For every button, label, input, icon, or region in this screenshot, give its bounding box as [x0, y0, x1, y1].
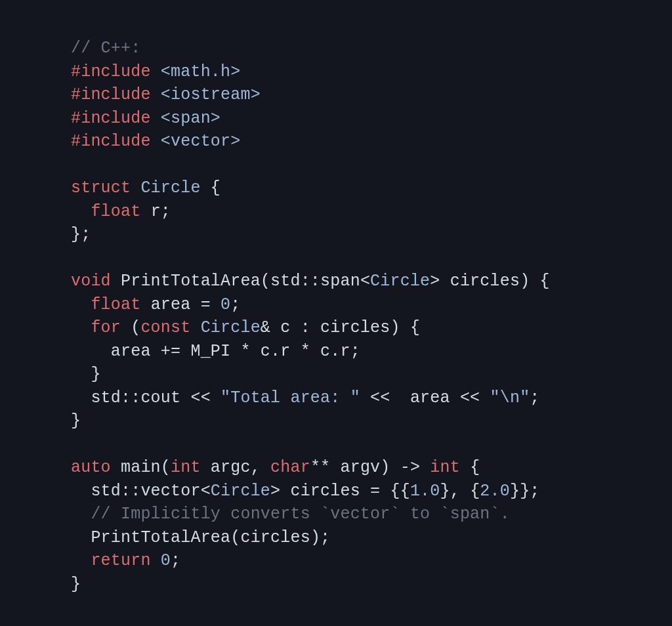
- code-token-keyword: return: [91, 551, 150, 570]
- code-token-space: [460, 482, 470, 501]
- code-token-op: *: [301, 342, 310, 361]
- code-token-ident: r: [151, 202, 161, 221]
- code-line: [71, 154, 672, 177]
- code-token-op: ;: [350, 342, 360, 361]
- code-token-ident: area: [410, 388, 450, 407]
- code-token-ident: circles: [290, 482, 360, 501]
- code-token-op: ): [380, 458, 390, 477]
- code-token-op: >: [270, 482, 280, 501]
- code-token-pre: #include: [71, 132, 151, 151]
- code-token-op: :: [301, 318, 310, 337]
- code-token-type: Circle: [211, 482, 270, 501]
- code-token-ident: argc: [211, 458, 251, 477]
- code-line: };: [71, 223, 672, 247]
- code-token-op: ;: [161, 202, 171, 221]
- code-token-space: [190, 295, 200, 314]
- code-token-space: [400, 318, 410, 337]
- code-token-op: ;: [530, 388, 539, 407]
- code-token-space: [71, 202, 91, 221]
- code-token-func: PrintTotalArea: [91, 528, 230, 547]
- code-token-op: {: [470, 482, 480, 501]
- code-token-op: ,: [251, 458, 261, 477]
- code-token-op: &: [261, 318, 270, 337]
- code-line: }: [71, 409, 672, 433]
- code-token-space: [270, 318, 280, 337]
- code-token-space: [180, 388, 190, 407]
- code-line: for (const Circle& c : circles) {: [71, 316, 672, 340]
- code-token-space: [71, 295, 91, 314]
- code-token-space: [180, 342, 190, 361]
- code-line: [71, 433, 672, 457]
- code-token-op: {: [410, 318, 420, 337]
- code-token-ident: circles: [450, 272, 520, 291]
- code-token-space: [71, 551, 91, 570]
- code-token-space: [71, 388, 91, 407]
- code-token-space: [140, 295, 150, 314]
- code-token-type: Circle: [140, 178, 200, 198]
- code-token-op: <<: [370, 388, 390, 407]
- code-token-space: [310, 342, 320, 361]
- code-token-space: [71, 528, 91, 547]
- code-line: #include <iostream>: [71, 83, 672, 107]
- code-line: std::cout << "Total area: " << area << "…: [71, 386, 672, 410]
- code-token-space: [71, 365, 91, 384]
- code-token-space: [71, 505, 91, 524]
- code-token-space: [121, 318, 131, 337]
- code-token-space: [111, 272, 121, 291]
- code-token-keyword: float: [91, 202, 140, 221]
- code-token-number: 2.0: [480, 482, 510, 501]
- code-token-ident: c: [280, 318, 290, 337]
- code-token-space: [151, 109, 161, 128]
- code-token-ident: std::cout: [91, 388, 180, 407]
- code-token-op: ->: [400, 458, 420, 477]
- code-token-op: },: [440, 482, 460, 501]
- code-token-space: [360, 482, 370, 501]
- code-token-space: [151, 132, 161, 151]
- code-token-keyword: int: [171, 458, 201, 477]
- code-line: // Implicitly converts `vector` to `span…: [71, 503, 672, 526]
- code-token-op: ;: [230, 295, 240, 314]
- code-token-ident: circles: [240, 528, 310, 547]
- code-token-space: [380, 482, 390, 501]
- code-token-op: );: [310, 528, 330, 547]
- code-token-op: *: [240, 342, 250, 361]
- code-token-func: PrintTotalArea: [121, 272, 261, 291]
- code-token-keyword: int: [430, 458, 460, 477]
- code-token-space: [201, 178, 211, 198]
- code-token-space: [530, 272, 539, 291]
- code-token-space: [280, 482, 290, 501]
- code-token-ident: c.r: [320, 342, 350, 361]
- code-token-op: +=: [161, 342, 180, 361]
- code-token-space: [71, 482, 91, 501]
- code-token-number: 0: [220, 295, 230, 314]
- code-token-space: [440, 272, 450, 291]
- code-token-op: (: [230, 528, 240, 547]
- code-line: float area = 0;: [71, 293, 672, 317]
- code-line: area += M_PI * c.r * c.r;: [71, 340, 672, 364]
- code-line: // C++:: [71, 37, 672, 60]
- code-line: struct Circle {: [71, 177, 672, 200]
- code-token-string: "\n": [490, 388, 530, 407]
- code-token-func: main: [121, 458, 161, 477]
- code-token-space: [460, 458, 470, 477]
- code-token-space: [201, 458, 211, 477]
- code-token-string: "Total area: ": [220, 388, 360, 407]
- code-token-op: =: [370, 482, 380, 501]
- code-token-pre: #include: [71, 85, 151, 104]
- code-token-space: [330, 458, 340, 477]
- code-line: void PrintTotalArea(std::span<Circle> ci…: [71, 270, 672, 293]
- code-token-space: [390, 458, 400, 477]
- code-token-op: =: [201, 295, 211, 314]
- code-token-space: [360, 388, 370, 407]
- code-token-op: ;: [171, 551, 180, 570]
- code-token-ident: M_PI: [190, 342, 230, 361]
- code-line: #include <math.h>: [71, 60, 672, 84]
- code-line: }: [71, 363, 672, 386]
- code-token-op: ): [520, 272, 530, 291]
- code-token-number: 0: [161, 551, 171, 570]
- code-line: std::vector<Circle> circles = {{1.0}, {2…: [71, 480, 672, 503]
- code-token-space: [111, 458, 121, 477]
- code-token-ident: std::vector: [91, 482, 200, 501]
- code-token-space: [151, 85, 161, 104]
- code-token-space: [211, 295, 220, 314]
